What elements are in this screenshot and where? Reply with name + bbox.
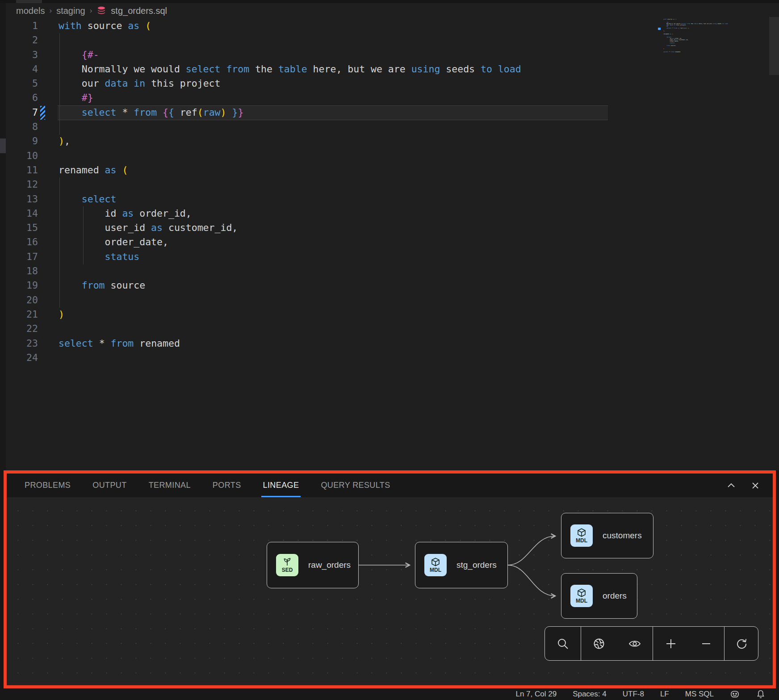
line-content: from source [59, 278, 145, 293]
code-line[interactable]: 12 [0, 177, 779, 192]
toolbar-search-cell [545, 627, 581, 660]
seedling-icon [282, 557, 292, 566]
bell-icon[interactable] [756, 689, 766, 699]
code-line[interactable]: 17 status [0, 250, 779, 264]
node-badge-label: MDL [576, 598, 587, 604]
code-line[interactable]: 6 #} [0, 91, 779, 105]
node-label: orders [603, 591, 627, 601]
seed-badge: SED [276, 554, 298, 576]
editor-tab-edge [16, 0, 42, 3]
vscode-window: models › staging › stg_orders.sql 1with … [0, 0, 779, 700]
aperture-icon[interactable] [591, 636, 607, 651]
node-label: stg_orders [457, 560, 497, 570]
code-line[interactable]: 21) [0, 307, 779, 322]
eol[interactable]: LF [660, 690, 669, 699]
line-content: order_date, [59, 235, 168, 249]
chevron-up-icon[interactable] [726, 481, 736, 490]
tab-output[interactable]: OUTPUT [92, 474, 126, 497]
minimap-line [663, 53, 762, 54]
language-mode[interactable]: MS SQL [685, 690, 714, 699]
code-line[interactable]: 16 order_date, [0, 235, 779, 249]
close-icon[interactable] [750, 481, 760, 490]
tab-ports[interactable]: PORTS [213, 474, 241, 497]
code-line[interactable]: 9), [0, 134, 779, 148]
code-line[interactable]: 2 [0, 33, 779, 47]
toolbar-refresh-cell [724, 627, 758, 660]
line-content: user_id as customer_id, [59, 221, 238, 235]
code-line[interactable]: 15 user_id as customer_id, [0, 221, 779, 235]
tab-lineage[interactable]: LINEAGE [263, 474, 299, 497]
line-content: select [59, 192, 116, 206]
line-content: #} [59, 91, 93, 105]
code-line[interactable]: 7 select * from {{ ref(raw) }} [0, 105, 779, 120]
cube-icon [577, 588, 586, 597]
lineage-canvas[interactable]: SED raw_orders MDL stg_orders [7, 497, 773, 685]
code-line[interactable]: 20 [0, 293, 779, 307]
line-content: status [59, 250, 139, 264]
code-lines[interactable]: 1with source as (23 {#-4 Normally we wou… [0, 19, 779, 365]
lineage-node-raw-orders[interactable]: SED raw_orders [267, 542, 359, 588]
code-line[interactable]: 4 Normally we would select from the tabl… [0, 62, 779, 76]
code-line[interactable]: 13 select [0, 192, 779, 206]
panel-tab-bar: PROBLEMSOUTPUTTERMINALPORTSLINEAGEQUERY … [7, 474, 773, 497]
node-label: customers [603, 531, 642, 541]
breadcrumb-item-models[interactable]: models [16, 6, 45, 16]
code-line[interactable]: 8 [0, 120, 779, 134]
tab-query-results[interactable]: QUERY RESULTS [321, 474, 390, 497]
line-content: Normally we would select from the table … [59, 62, 521, 76]
code-line[interactable]: 1with source as ( [0, 19, 779, 33]
code-line[interactable]: 3 {#- [0, 48, 779, 62]
lineage-node-stg-orders[interactable]: MDL stg_orders [415, 542, 508, 588]
code-line[interactable]: 5 our data in this project [0, 76, 779, 91]
lineage-panel-highlighted: PROBLEMSOUTPUTTERMINALPORTSLINEAGEQUERY … [4, 470, 776, 688]
code-line[interactable]: 10 [0, 149, 779, 163]
copilot-icon[interactable] [730, 689, 740, 699]
minus-icon[interactable] [699, 636, 714, 651]
tab-problems[interactable]: PROBLEMS [25, 474, 71, 497]
minimap[interactable]: with source as ( {#- Normally we would s… [663, 19, 762, 54]
code-line[interactable]: 23select * from renamed [0, 336, 779, 351]
code-line[interactable]: 24 [0, 351, 779, 365]
breadcrumb-file-name[interactable]: stg_orders.sql [111, 6, 167, 16]
plus-icon[interactable] [663, 636, 678, 651]
line-content: our data in this project [59, 76, 220, 91]
breadcrumb-item-staging[interactable]: staging [56, 6, 85, 16]
toolbar-view-cell [581, 627, 653, 660]
database-icon [96, 6, 106, 16]
search-icon[interactable] [555, 636, 570, 651]
line-content: ), [59, 134, 70, 148]
cursor-position[interactable]: Ln 7, Col 29 [515, 690, 557, 699]
line-content: select * from renamed [59, 336, 180, 351]
indentation[interactable]: Spaces: 4 [573, 690, 607, 699]
refresh-icon[interactable] [734, 636, 749, 651]
eye-icon[interactable] [627, 636, 642, 651]
code-editor[interactable]: models › staging › stg_orders.sql 1with … [0, 0, 779, 470]
panel-actions [726, 474, 760, 497]
breadcrumb-separator: › [90, 6, 92, 15]
code-line[interactable]: 11renamed as ( [0, 163, 779, 177]
cube-icon [577, 528, 586, 537]
breadcrumb-separator: › [49, 6, 52, 15]
window-top-edge [0, 0, 779, 3]
lineage-node-customers[interactable]: MDL customers [561, 513, 653, 558]
status-bar: Ln 7, Col 29Spaces: 4UTF-8LFMS SQL [0, 688, 779, 700]
code-line[interactable]: 14 id as order_id, [0, 206, 779, 221]
model-badge: MDL [424, 554, 447, 576]
line-content: id as order_id, [59, 206, 192, 221]
lineage-node-orders[interactable]: MDL orders [561, 573, 637, 619]
tab-terminal[interactable]: TERMINAL [149, 474, 191, 497]
breadcrumb: models › staging › stg_orders.sql [16, 4, 167, 17]
line-content: ) [59, 307, 64, 322]
scrollbar-thumb[interactable] [769, 17, 779, 75]
encoding[interactable]: UTF-8 [623, 690, 644, 699]
node-label: raw_orders [308, 560, 351, 570]
code-line[interactable]: 18 [0, 264, 779, 278]
line-content: {#- [59, 48, 99, 62]
code-line[interactable]: 19 from source [0, 278, 779, 293]
left-rail-thumb [0, 138, 6, 153]
code-line[interactable]: 22 [0, 322, 779, 336]
model-badge: MDL [570, 524, 593, 547]
node-badge-label: MDL [576, 537, 587, 544]
line-content: with source as ( [59, 19, 151, 33]
cube-icon [431, 557, 440, 566]
